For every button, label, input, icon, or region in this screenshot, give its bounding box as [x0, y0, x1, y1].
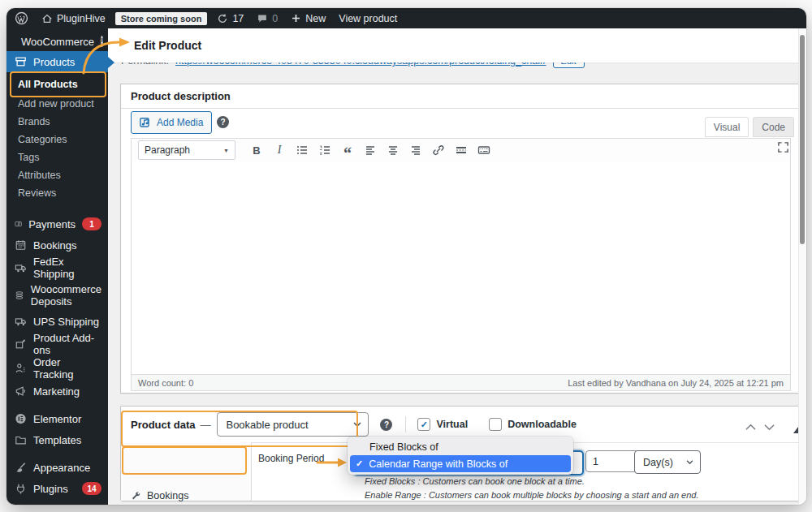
read-more-button[interactable]: [451, 141, 471, 159]
bullet-list-button[interactable]: [292, 141, 312, 159]
updates-count: 17: [232, 13, 244, 24]
tab-code[interactable]: Code: [753, 117, 794, 137]
booking-period-label: Booking Period: [258, 453, 324, 464]
updates-menu[interactable]: 17: [210, 8, 250, 28]
link-button[interactable]: [429, 141, 448, 159]
brush-icon: [15, 462, 27, 473]
scrollbar-track[interactable]: [798, 28, 806, 505]
duration-unit-select[interactable]: Day(s): [634, 450, 701, 474]
view-product-menu[interactable]: View product: [332, 8, 404, 28]
notification-badge: !: [101, 36, 103, 47]
sidebar-item-products[interactable]: Products: [6, 51, 108, 72]
scrollbar-thumb[interactable]: [800, 35, 805, 244]
product-data-title: Product data: [131, 419, 195, 431]
paragraph-format-value: Paragraph: [145, 144, 190, 156]
keyboard-button[interactable]: [474, 141, 494, 159]
tab-visual[interactable]: Visual: [705, 117, 749, 137]
sidebar-item-fedex-shipping[interactable]: FedEx Shipping: [6, 256, 108, 280]
payments-icon: [15, 218, 22, 230]
wrench-icon: [131, 491, 141, 501]
sidebar-item-payments[interactable]: Payments 1: [6, 213, 108, 234]
sidebar-item-product-add-ons[interactable]: Product Add-ons: [6, 332, 108, 356]
duration-input[interactable]: [585, 450, 639, 472]
sidebar-item-woocommerce[interactable]: WooCommerce !: [6, 32, 108, 51]
submenu-item-attributes[interactable]: Attributes: [6, 166, 108, 184]
sidebar-item-label: Templates: [33, 434, 102, 446]
numbered-list-button[interactable]: [315, 141, 335, 159]
add-media-button[interactable]: Add Media: [131, 111, 212, 134]
menu-item-label: Calendar Range with Blocks of: [369, 458, 508, 470]
product-data-dash: —: [200, 419, 210, 431]
sidebar-item-elementor[interactable]: Elementor: [6, 408, 108, 429]
products-submenu: All Products Add new product Brands Cate…: [6, 72, 108, 207]
comments-menu[interactable]: 0: [250, 8, 284, 28]
submenu-item-brands[interactable]: Brands: [6, 113, 108, 131]
editor-toolbar: Paragraph ▼ B I “: [132, 139, 790, 162]
count-badge: 14: [82, 482, 102, 495]
submenu-item-categories[interactable]: Categories: [6, 131, 108, 148]
folder-icon: [15, 434, 27, 445]
chevron-down-icon: [686, 460, 693, 465]
editor-help-icon[interactable]: ?: [217, 116, 229, 128]
virtual-checkbox[interactable]: ✓: [417, 418, 430, 431]
italic-button[interactable]: I: [270, 141, 289, 159]
user-icon: [15, 504, 27, 505]
sidebar-item-woocommerce-deposits[interactable]: Woocommerce Deposits: [6, 280, 108, 311]
align-center-button[interactable]: [383, 141, 403, 159]
new-content-menu[interactable]: New: [284, 8, 332, 28]
product-type-select[interactable]: Bookable product: [217, 412, 369, 437]
products-icon: [15, 56, 27, 67]
sidebar-item-label: Woocommerce Deposits: [31, 283, 102, 308]
virtual-label: Virtual: [436, 419, 468, 430]
editor-mode-tabs: Visual Code: [705, 117, 794, 137]
menu-item-fixed-blocks[interactable]: Fixed Blocks of: [348, 439, 573, 455]
sidebar-item-marketing[interactable]: Marketing: [6, 381, 108, 402]
downloadable-checkbox[interactable]: [489, 418, 502, 431]
coins-icon: [15, 290, 24, 301]
site-name: PluginHive: [57, 13, 106, 24]
wordpress-menu[interactable]: [6, 8, 35, 28]
elementor-icon: [15, 413, 27, 424]
sidebar-item-ups-shipping[interactable]: UPS Shipping: [6, 311, 108, 332]
move-down-icon[interactable]: [764, 419, 775, 434]
booking-period-dropdown-menu: Fixed Blocks of ✓ Calendar Range with Bl…: [348, 437, 573, 475]
product-type-help-icon[interactable]: ?: [380, 419, 392, 431]
bold-button[interactable]: B: [247, 141, 266, 159]
wordpress-logo-icon: [15, 11, 28, 25]
sidebar-item-label: Users: [33, 504, 102, 506]
check-icon: ✓: [356, 458, 363, 469]
submenu-item-add-new-product[interactable]: Add new product: [6, 95, 108, 113]
sidebar-item-bookings[interactable]: Bookings: [6, 234, 108, 256]
last-edited: Last edited by Vandhana on July 24, 2025…: [568, 378, 784, 388]
sidebar-item-plugins[interactable]: Plugins 14: [6, 478, 108, 499]
description-panel-title: Product description: [131, 90, 231, 102]
editor-content-area[interactable]: [132, 161, 790, 375]
editor-container: Paragraph ▼ B I “: [131, 138, 791, 391]
product-type-value: Bookable product: [226, 419, 308, 431]
align-left-button[interactable]: [361, 141, 380, 159]
coming-soon-badge: Store coming soon: [115, 12, 208, 25]
submenu-item-tags[interactable]: Tags: [6, 148, 108, 166]
paragraph-format-dropdown[interactable]: Paragraph ▼: [138, 140, 235, 160]
comments-count: 0: [272, 13, 278, 24]
tab-bookings[interactable]: Bookings: [124, 484, 253, 505]
align-right-button[interactable]: [406, 141, 425, 159]
sidebar-item-users[interactable]: Users: [6, 499, 108, 505]
browser-window: PluginHive Store coming soon 17 0 New Vi…: [6, 8, 806, 505]
sidebar-item-label: Marketing: [33, 385, 102, 398]
home-icon: [41, 13, 53, 24]
sidebar-item-label: Elementor: [33, 413, 102, 425]
blockquote-button[interactable]: “: [338, 141, 357, 159]
fullscreen-icon[interactable]: [777, 141, 789, 157]
sidebar-item-order-tracking[interactable]: Order Tracking: [6, 356, 108, 381]
move-up-icon[interactable]: [745, 419, 756, 434]
word-count: Word count: 0: [138, 378, 193, 388]
current-menu-arrow: [108, 57, 120, 68]
site-menu[interactable]: PluginHive: [35, 8, 112, 28]
sidebar-item-appearance[interactable]: Appearance: [6, 457, 108, 478]
truck-icon: [15, 262, 27, 273]
menu-item-calendar-range[interactable]: ✓ Calendar Range with Blocks of: [350, 455, 571, 472]
submenu-item-reviews[interactable]: Reviews: [6, 184, 108, 202]
sidebar-item-templates[interactable]: Templates: [6, 429, 108, 450]
submenu-item-all-products[interactable]: All Products: [6, 74, 108, 95]
